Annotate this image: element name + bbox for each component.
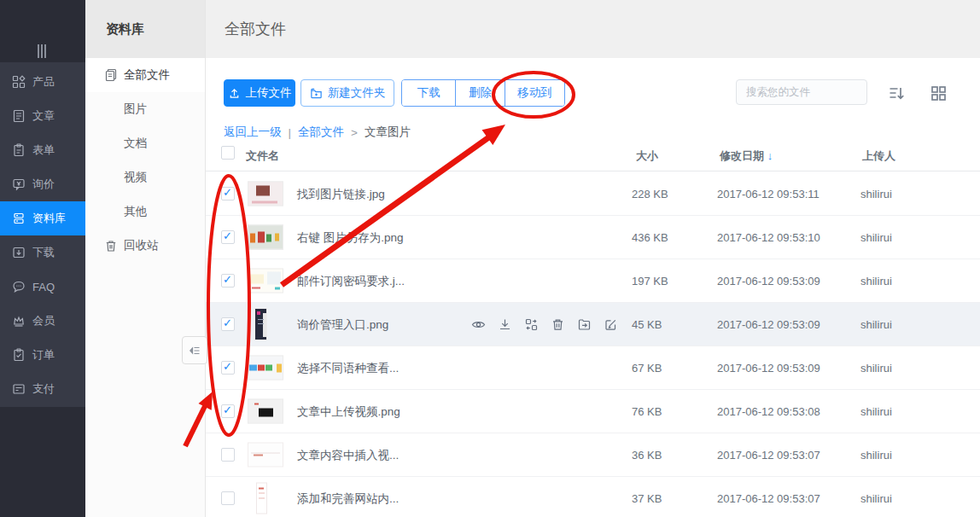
- products-icon: [12, 75, 26, 89]
- sidebar-item-payment[interactable]: 支付: [0, 372, 85, 406]
- select-all-checkbox[interactable]: [221, 146, 235, 160]
- file-name[interactable]: 文章中上传视频.png: [297, 404, 400, 420]
- table-row[interactable]: 添加和完善网站内... 37 KB 2017-06-12 09:53:07 sh…: [206, 477, 980, 517]
- file-name[interactable]: 询价管理入口.png: [297, 317, 388, 333]
- file-name[interactable]: 邮件订阅密码要求.j...: [297, 274, 405, 289]
- file-library-app: 产品 文章 表单 询价 资料库 下载: [0, 0, 980, 517]
- file-name[interactable]: 找到图片链接.jpg: [297, 187, 385, 202]
- primary-sidebar: 产品 文章 表单 询价 资料库 下载: [0, 0, 85, 517]
- table-row[interactable]: 文章中上传视频.png 76 KB 2017-06-12 09:53:08 sh…: [206, 390, 980, 433]
- file-thumbnail[interactable]: [248, 269, 283, 293]
- sidebar-item-downloads[interactable]: 下载: [0, 235, 85, 270]
- file-date: 2017-06-12 09:53:10: [717, 231, 820, 244]
- delete-icon[interactable]: [550, 317, 565, 332]
- file-thumbnail[interactable]: [248, 182, 283, 206]
- upload-button[interactable]: 上传文件: [224, 79, 295, 107]
- breadcrumb-back-link[interactable]: 返回上一级: [224, 125, 282, 140]
- table-row[interactable]: 询价管理入口.png 45 KB 2017-06-12 09:53:09 shi…: [206, 303, 980, 346]
- file-search-box: [736, 79, 867, 105]
- table-row[interactable]: 邮件订阅密码要求.j... 197 KB 2017-06-12 09:53:09…: [206, 259, 980, 303]
- move-icon[interactable]: [576, 317, 592, 332]
- row-checkbox[interactable]: [221, 317, 235, 331]
- library-item-images[interactable]: 图片: [85, 92, 205, 126]
- payment-icon: [12, 382, 26, 396]
- new-folder-button[interactable]: 新建文件夹: [300, 79, 394, 107]
- file-date: 2017-06-12 09:53:08: [717, 405, 820, 418]
- file-date: 2017-06-12 09:53:09: [717, 318, 820, 331]
- sidebar-item-members[interactable]: 会员: [0, 304, 85, 338]
- file-size: 197 KB: [632, 275, 668, 288]
- delete-selected-button[interactable]: 删除: [455, 80, 505, 106]
- table-row[interactable]: 找到图片链接.jpg 228 KB 2017-06-12 09:53:11 sh…: [206, 172, 980, 216]
- column-header-uploader[interactable]: 上传人: [862, 148, 895, 164]
- sidebar-grip-icon[interactable]: [38, 44, 46, 58]
- download-selected-button[interactable]: 下载: [402, 80, 455, 106]
- file-table-body: 找到图片链接.jpg 228 KB 2017-06-12 09:53:11 sh…: [206, 172, 980, 517]
- sidebar-item-faq[interactable]: FAQ: [0, 270, 85, 304]
- file-thumbnail[interactable]: [248, 399, 283, 424]
- file-date: 2017-06-12 09:53:09: [717, 362, 820, 375]
- file-thumbnail[interactable]: [248, 443, 283, 468]
- preview-icon[interactable]: [470, 317, 486, 332]
- file-name[interactable]: 右键 图片另存为.png: [297, 230, 404, 246]
- upload-icon: [228, 87, 241, 100]
- file-thumbnail[interactable]: [254, 308, 267, 340]
- library-sidebar-title: 资料库: [85, 0, 205, 58]
- row-checkbox[interactable]: [221, 187, 235, 200]
- sidebar-item-forms[interactable]: 表单: [0, 133, 85, 167]
- sidebar-item-articles[interactable]: 文章: [0, 99, 85, 133]
- row-checkbox[interactable]: [221, 361, 235, 375]
- library-item-label: 其他: [124, 204, 147, 219]
- column-header-size[interactable]: 大小: [636, 148, 658, 164]
- sidebar-item-products[interactable]: 产品: [0, 65, 85, 99]
- edit-icon[interactable]: [603, 317, 618, 332]
- column-header-date[interactable]: 修改日期 ↓: [720, 148, 773, 164]
- breadcrumb-root-link[interactable]: 全部文件: [298, 125, 344, 140]
- row-checkbox[interactable]: [221, 491, 235, 505]
- library-item-videos[interactable]: 视频: [85, 160, 205, 195]
- download-icon[interactable]: [497, 317, 512, 332]
- files-icon: [104, 68, 118, 82]
- sidebar-item-label: 询价: [32, 177, 55, 192]
- library-item-label: 全部文件: [124, 67, 170, 83]
- sidebar-item-orders[interactable]: 订单: [0, 338, 85, 372]
- sidebar-bottom-block: [0, 407, 85, 517]
- library-item-all-files[interactable]: 全部文件: [85, 58, 205, 92]
- file-name[interactable]: 添加和完善网站内...: [297, 491, 399, 507]
- library-icon: [12, 212, 26, 225]
- grid-view-button[interactable]: [928, 83, 948, 103]
- faq-icon: [12, 280, 26, 293]
- sidebar-collapse-button[interactable]: [182, 336, 207, 364]
- library-item-documents[interactable]: 文档: [85, 126, 205, 160]
- file-uploader: shilirui: [860, 275, 892, 288]
- replace-icon[interactable]: [523, 317, 539, 332]
- file-thumbnail[interactable]: [248, 225, 283, 250]
- file-thumbnail[interactable]: [256, 483, 267, 514]
- page-title-bar: 全部文件: [206, 0, 980, 58]
- sidebar-item-library[interactable]: 资料库: [0, 201, 85, 235]
- library-item-recycle-bin[interactable]: 回收站: [85, 229, 205, 263]
- selection-actions-group: 下载 删除 移动到: [401, 79, 565, 107]
- file-thumbnail[interactable]: [248, 356, 283, 380]
- new-folder-icon: [310, 87, 323, 100]
- row-checkbox[interactable]: [221, 230, 235, 244]
- member-icon: [12, 314, 26, 328]
- search-input[interactable]: [737, 86, 889, 98]
- move-to-button[interactable]: 移动到: [505, 80, 564, 106]
- sidebar-item-label: 会员: [32, 313, 55, 328]
- file-name[interactable]: 文章内容中插入视...: [297, 448, 399, 463]
- library-item-others[interactable]: 其他: [85, 195, 205, 229]
- table-row[interactable]: 文章内容中插入视... 36 KB 2017-06-12 09:53:07 sh…: [206, 433, 980, 477]
- table-row[interactable]: 选择不同语种查看... 67 KB 2017-06-12 09:53:09 sh…: [206, 346, 980, 390]
- row-checkbox[interactable]: [221, 404, 235, 418]
- file-uploader: shilirui: [860, 492, 892, 505]
- sort-order-button[interactable]: [886, 83, 907, 103]
- row-checkbox[interactable]: [221, 448, 235, 462]
- sidebar-item-inquiry[interactable]: 询价: [0, 167, 85, 201]
- breadcrumb: 返回上一级 | 全部文件 > 文章图片: [224, 125, 411, 140]
- column-header-name[interactable]: 文件名: [246, 148, 279, 164]
- table-row[interactable]: 右键 图片另存为.png 436 KB 2017-06-12 09:53:10 …: [206, 216, 980, 259]
- article-icon: [12, 109, 26, 123]
- row-checkbox[interactable]: [221, 274, 235, 288]
- file-name[interactable]: 选择不同语种查看...: [297, 361, 399, 376]
